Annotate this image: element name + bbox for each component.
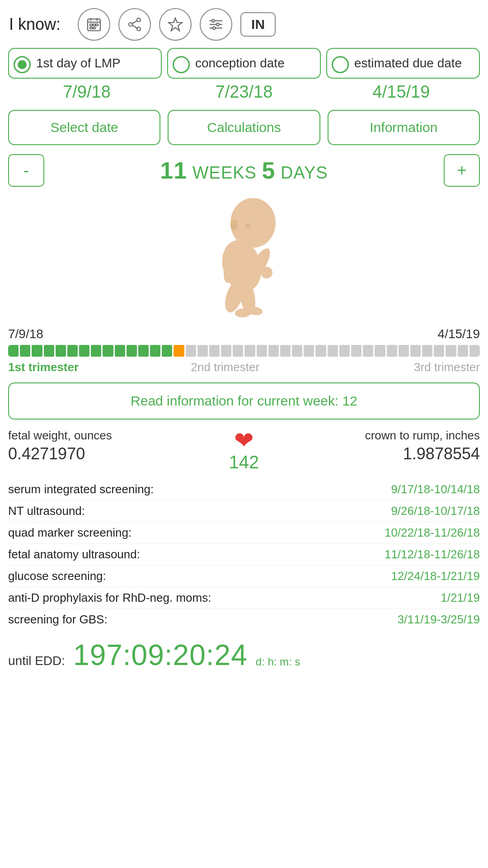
radio-conception-label: conception date (195, 55, 285, 71)
medical-row: serum integrated screening:9/17/18-10/14… (8, 479, 480, 500)
svg-point-18 (212, 19, 215, 22)
share-icon[interactable] (118, 8, 151, 41)
due-date: 4/15/19 (323, 82, 480, 102)
fetal-weight-block: fetal weight, ounces 0.4271970 (8, 429, 220, 463)
week-number: 11 (160, 157, 187, 184)
medical-row: quad marker screening:10/22/18-11/26/18 (8, 522, 480, 544)
first-trimester-label: 1st trimester (8, 360, 140, 374)
crown-rump-label: crown to rump, inches (268, 429, 480, 443)
second-trimester-label: 2nd trimester (140, 360, 310, 374)
medical-label: serum integrated screening: (8, 482, 154, 496)
radio-lmp[interactable]: 1st day of LMP (8, 48, 162, 79)
crown-rump-value: 1.9878554 (268, 444, 480, 463)
medical-value: 10/22/18-11/26/18 (385, 526, 480, 540)
fetal-weight-label: fetal weight, ounces (8, 429, 220, 443)
fetus-image-area (0, 191, 488, 322)
i-know-label: I know: (9, 15, 61, 34)
calculations-button[interactable]: Calculations (168, 110, 320, 145)
top-bar: I know: (0, 0, 488, 45)
in-button[interactable]: IN (240, 12, 276, 37)
svg-rect-4 (90, 24, 92, 26)
radio-due-circle (332, 56, 349, 73)
select-date-button[interactable]: Select date (8, 110, 160, 145)
svg-marker-14 (169, 18, 182, 31)
calendar-icon[interactable] (78, 8, 110, 41)
fetal-weight-value: 0.4271970 (8, 444, 220, 463)
svg-point-24 (261, 267, 272, 278)
heart-count: 142 (229, 452, 259, 472)
medical-value: 9/26/18-10/17/18 (391, 504, 480, 518)
svg-rect-5 (93, 24, 95, 26)
settings-icon[interactable] (200, 8, 232, 41)
svg-point-10 (129, 23, 132, 26)
progress-bar (8, 345, 480, 357)
medical-row: glucose screening:12/24/18-1/21/19 (8, 566, 480, 587)
minus-button[interactable]: - (8, 154, 44, 187)
medical-label: glucose screening: (8, 569, 106, 583)
medical-value: 9/17/18-10/14/18 (391, 482, 480, 496)
medical-row: anti-D prophylaxis for RhD-neg. moms:1/2… (8, 587, 480, 609)
heart-block: ❤ 142 (220, 429, 268, 472)
timeline-end-date: 4/15/19 (438, 327, 480, 341)
edd-label: until EDD: (8, 654, 65, 668)
radio-lmp-circle (14, 56, 31, 73)
dates-row: 7/9/18 7/23/18 4/15/19 (0, 79, 488, 102)
svg-rect-6 (96, 24, 98, 26)
svg-point-31 (230, 220, 238, 231)
medical-row: screening for GBS:3/11/19-3/25/19 (8, 609, 480, 630)
lmp-date: 7/9/18 (8, 82, 165, 102)
svg-point-30 (245, 224, 250, 228)
radio-due[interactable]: estimated due date (326, 48, 480, 79)
radio-row: 1st day of LMP conception date estimated… (0, 48, 488, 79)
third-trimester-label: 3rd trimester (310, 360, 480, 374)
timeline-start-date: 7/9/18 (8, 327, 43, 341)
day-number: 5 (262, 157, 276, 184)
top-icon-group: IN (78, 8, 276, 41)
action-buttons: Select date Calculations Information (0, 102, 488, 150)
week-row: - 11 WEEKS 5 DAYS + (0, 150, 488, 191)
medical-label: NT ultrasound: (8, 504, 85, 518)
medical-row: NT ultrasound:9/26/18-10/17/18 (8, 500, 480, 522)
conception-date: 7/23/18 (165, 82, 323, 102)
edd-units: d: h: m: s (256, 656, 300, 672)
medical-label: screening for GBS: (8, 613, 108, 627)
svg-point-11 (137, 27, 141, 31)
timeline-section: 7/9/18 4/15/19 1st trimester 2nd trimest… (0, 322, 488, 374)
star-icon[interactable] (159, 8, 192, 41)
weeks-label: WEEKS (187, 163, 262, 182)
edd-row: until EDD: 197:09:20:24 d: h: m: s (0, 630, 488, 676)
stats-row: fetal weight, ounces 0.4271970 ❤ 142 cro… (0, 424, 488, 472)
edd-countdown: 197:09:20:24 (73, 638, 248, 672)
medical-value: 12/24/18-1/21/19 (391, 569, 480, 583)
svg-rect-8 (93, 27, 95, 29)
radio-due-label: estimated due date (354, 55, 462, 71)
days-label: DAYS (275, 163, 328, 182)
svg-line-12 (132, 21, 137, 24)
heart-icon: ❤ (234, 429, 254, 452)
radio-conception-circle (173, 56, 190, 73)
trimester-labels: 1st trimester 2nd trimester 3rd trimeste… (8, 360, 480, 374)
radio-lmp-label: 1st day of LMP (36, 55, 121, 71)
svg-point-19 (216, 23, 219, 26)
read-info-button[interactable]: Read information for current week: 12 (8, 382, 480, 420)
week-display: 11 WEEKS 5 DAYS (50, 157, 438, 184)
timeline-dates: 7/9/18 4/15/19 (8, 327, 480, 341)
svg-line-13 (132, 25, 137, 28)
medical-row: fetal anatomy ultrasound:11/12/18-11/26/… (8, 544, 480, 566)
radio-conception[interactable]: conception date (167, 48, 321, 79)
medical-value: 1/21/19 (441, 591, 480, 605)
medical-label: quad marker screening: (8, 526, 131, 540)
crown-rump-block: crown to rump, inches 1.9878554 (268, 429, 480, 463)
svg-point-9 (137, 18, 141, 22)
svg-point-20 (213, 27, 216, 29)
medical-value: 3/11/19-3/25/19 (398, 613, 480, 627)
medical-label: anti-D prophylaxis for RhD-neg. moms: (8, 591, 211, 605)
fetus-illustration (185, 196, 303, 322)
medical-value: 11/12/18-11/26/18 (385, 547, 480, 561)
medical-table: serum integrated screening:9/17/18-10/14… (0, 472, 488, 630)
medical-label: fetal anatomy ultrasound: (8, 547, 140, 561)
plus-button[interactable]: + (444, 154, 480, 187)
information-button[interactable]: Information (328, 110, 480, 145)
svg-rect-7 (90, 27, 92, 29)
